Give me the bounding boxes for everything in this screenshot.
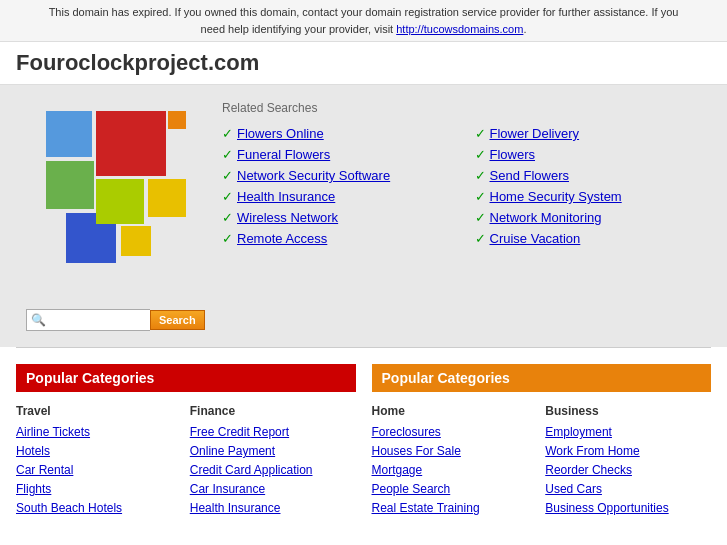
list-item: Car Rental bbox=[16, 460, 182, 479]
checkmark-icon: ✓ bbox=[222, 210, 233, 225]
category-link[interactable]: Health Insurance bbox=[190, 501, 281, 515]
svg-rect-0 bbox=[96, 111, 166, 176]
main-content: 🔍 Search Related Searches ✓ Flowers Onli… bbox=[0, 85, 727, 347]
notice-text: This domain has expired. If you owned th… bbox=[49, 6, 679, 35]
home-heading: Home bbox=[372, 404, 538, 418]
category-link[interactable]: Free Credit Report bbox=[190, 425, 289, 439]
search-link[interactable]: Cruise Vacation bbox=[490, 231, 581, 246]
checkmark-icon: ✓ bbox=[222, 189, 233, 204]
list-item: Online Payment bbox=[190, 441, 356, 460]
search-link[interactable]: Flowers Online bbox=[237, 126, 324, 141]
related-searches: Related Searches ✓ Flowers Online ✓ Fune… bbox=[222, 101, 711, 249]
home-list: Foreclosures Houses For Sale Mortgage Pe… bbox=[372, 422, 538, 517]
svg-rect-6 bbox=[46, 111, 92, 157]
list-item: Mortgage bbox=[372, 460, 538, 479]
search-link[interactable]: Send Flowers bbox=[490, 168, 569, 183]
category-link[interactable]: Mortgage bbox=[372, 463, 423, 477]
search-links-col1: ✓ Flowers Online ✓ Funeral Flowers ✓ Net… bbox=[222, 123, 459, 249]
finance-list: Free Credit Report Online Payment Credit… bbox=[190, 422, 356, 517]
search-links-grid: ✓ Flowers Online ✓ Funeral Flowers ✓ Net… bbox=[222, 123, 711, 249]
category-link[interactable]: Reorder Checks bbox=[545, 463, 632, 477]
list-item: ✓ Wireless Network bbox=[222, 207, 459, 228]
notice-bar: This domain has expired. If you owned th… bbox=[0, 0, 727, 42]
notice-link[interactable]: http://tucowsdomains.com bbox=[396, 23, 523, 35]
logo-svg bbox=[36, 101, 186, 301]
category-link[interactable]: Airline Tickets bbox=[16, 425, 90, 439]
search-link[interactable]: Network Security Software bbox=[237, 168, 390, 183]
list-item: Employment bbox=[545, 422, 711, 441]
category-link[interactable]: South Beach Hotels bbox=[16, 501, 122, 515]
list-item: ✓ Remote Access bbox=[222, 228, 459, 249]
category-link[interactable]: Online Payment bbox=[190, 444, 275, 458]
list-item: Reorder Checks bbox=[545, 460, 711, 479]
list-item: ✓ Health Insurance bbox=[222, 186, 459, 207]
search-link[interactable]: Remote Access bbox=[237, 231, 327, 246]
travel-category: Travel Airline Tickets Hotels Car Rental… bbox=[16, 400, 182, 517]
search-link[interactable]: Flowers bbox=[490, 147, 536, 162]
list-item: Real Estate Training bbox=[372, 498, 538, 517]
search-links-col2: ✓ Flower Delivery ✓ Flowers ✓ Send Flowe… bbox=[475, 123, 712, 249]
finance-heading: Finance bbox=[190, 404, 356, 418]
list-item: Free Credit Report bbox=[190, 422, 356, 441]
category-link[interactable]: Business Opportunities bbox=[545, 501, 668, 515]
search-icon-wrap: 🔍 bbox=[26, 309, 50, 331]
category-link[interactable]: Real Estate Training bbox=[372, 501, 480, 515]
popular-section: Popular Categories Travel Airline Ticket… bbox=[0, 348, 727, 533]
list-item: Hotels bbox=[16, 441, 182, 460]
category-link[interactable]: Credit Card Application bbox=[190, 463, 313, 477]
logo-area: 🔍 Search bbox=[16, 101, 206, 331]
list-item: ✓ Cruise Vacation bbox=[475, 228, 712, 249]
search-link[interactable]: Flower Delivery bbox=[490, 126, 580, 141]
popular-right-categories: Home Foreclosures Houses For Sale Mortga… bbox=[372, 400, 712, 517]
search-input[interactable] bbox=[50, 309, 150, 331]
svg-rect-7 bbox=[96, 179, 144, 224]
finance-category: Finance Free Credit Report Online Paymen… bbox=[190, 400, 356, 517]
category-link[interactable]: Work From Home bbox=[545, 444, 639, 458]
checkmark-icon: ✓ bbox=[475, 147, 486, 162]
travel-list: Airline Tickets Hotels Car Rental Flight… bbox=[16, 422, 182, 517]
search-icon: 🔍 bbox=[31, 313, 46, 327]
search-link[interactable]: Home Security System bbox=[490, 189, 622, 204]
list-item: ✓ Network Security Software bbox=[222, 165, 459, 186]
category-link[interactable]: Hotels bbox=[16, 444, 50, 458]
search-button[interactable]: Search bbox=[150, 310, 205, 330]
category-link[interactable]: Houses For Sale bbox=[372, 444, 461, 458]
list-item: Business Opportunities bbox=[545, 498, 711, 517]
category-link[interactable]: Used Cars bbox=[545, 482, 602, 496]
checkmark-icon: ✓ bbox=[222, 147, 233, 162]
category-link[interactable]: Car Insurance bbox=[190, 482, 265, 496]
list-item: ✓ Network Monitoring bbox=[475, 207, 712, 228]
search-link[interactable]: Network Monitoring bbox=[490, 210, 602, 225]
popular-left-header: Popular Categories bbox=[16, 364, 356, 392]
category-link[interactable]: People Search bbox=[372, 482, 451, 496]
svg-rect-1 bbox=[168, 111, 186, 129]
list-item: Work From Home bbox=[545, 441, 711, 460]
svg-rect-3 bbox=[46, 161, 94, 209]
svg-rect-5 bbox=[121, 226, 151, 256]
search-link[interactable]: Wireless Network bbox=[237, 210, 338, 225]
business-heading: Business bbox=[545, 404, 711, 418]
category-link[interactable]: Car Rental bbox=[16, 463, 73, 477]
checkmark-icon: ✓ bbox=[222, 126, 233, 141]
category-link[interactable]: Foreclosures bbox=[372, 425, 441, 439]
list-item: Houses For Sale bbox=[372, 441, 538, 460]
list-item: Flights bbox=[16, 479, 182, 498]
checkmark-icon: ✓ bbox=[222, 168, 233, 183]
list-item: Health Insurance bbox=[190, 498, 356, 517]
search-area: 🔍 Search bbox=[16, 309, 206, 331]
search-link[interactable]: Health Insurance bbox=[237, 189, 335, 204]
business-list: Employment Work From Home Reorder Checks… bbox=[545, 422, 711, 517]
list-item: Car Insurance bbox=[190, 479, 356, 498]
page-title: Fouroclockproject.com bbox=[16, 50, 711, 76]
category-link[interactable]: Flights bbox=[16, 482, 51, 496]
home-category: Home Foreclosures Houses For Sale Mortga… bbox=[372, 400, 538, 517]
search-link[interactable]: Funeral Flowers bbox=[237, 147, 330, 162]
list-item: South Beach Hotels bbox=[16, 498, 182, 517]
svg-rect-2 bbox=[148, 179, 186, 217]
list-item: ✓ Send Flowers bbox=[475, 165, 712, 186]
header: Fouroclockproject.com bbox=[0, 42, 727, 85]
travel-heading: Travel bbox=[16, 404, 182, 418]
checkmark-icon: ✓ bbox=[475, 126, 486, 141]
popular-left-categories: Travel Airline Tickets Hotels Car Rental… bbox=[16, 400, 356, 517]
category-link[interactable]: Employment bbox=[545, 425, 612, 439]
